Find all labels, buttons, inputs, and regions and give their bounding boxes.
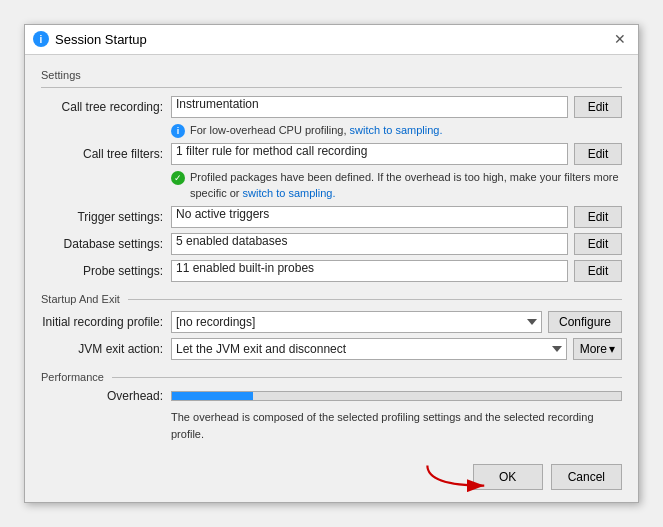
overhead-row: Overhead: — [41, 389, 622, 403]
initial-recording-label: Initial recording profile: — [41, 315, 171, 329]
switch-to-sampling-link[interactable]: switch to sampling. — [350, 124, 443, 136]
startup-divider — [128, 299, 622, 300]
probe-label: Probe settings: — [41, 264, 171, 278]
call-tree-recording-value: Instrumentation — [171, 96, 568, 118]
dialog-icon: i — [33, 31, 49, 47]
jvm-exit-field: Let the JVM exit and disconnect More ▾ — [171, 338, 622, 360]
dialog-title: Session Startup — [55, 32, 147, 47]
call-tree-filters-label: Call tree filters: — [41, 147, 171, 161]
probe-value: 11 enabled built-in probes — [171, 260, 568, 282]
bottom-section: OK Cancel — [25, 456, 638, 502]
arrow-indicator — [423, 459, 493, 494]
settings-divider — [41, 87, 622, 88]
database-field: 5 enabled databases Edit — [171, 233, 622, 255]
call-tree-filters-value: 1 filter rule for method call recording — [171, 143, 568, 165]
startup-header: Startup And Exit — [41, 293, 622, 305]
dialog-content: Settings Call tree recording: Instrument… — [25, 55, 638, 456]
database-edit-button[interactable]: Edit — [574, 233, 622, 255]
close-button[interactable]: ✕ — [610, 29, 630, 49]
more-button[interactable]: More ▾ — [573, 338, 622, 360]
switch-to-sampling-link-2[interactable]: switch to sampling. — [243, 187, 336, 199]
call-tree-filters-row: Call tree filters: 1 filter rule for met… — [41, 143, 622, 165]
initial-recording-row: Initial recording profile: [no recording… — [41, 311, 622, 333]
settings-label: Settings — [41, 69, 622, 81]
trigger-label: Trigger settings: — [41, 210, 171, 224]
startup-label: Startup And Exit — [41, 293, 120, 305]
database-row: Database settings: 5 enabled databases E… — [41, 233, 622, 255]
cancel-button[interactable]: Cancel — [551, 464, 622, 490]
jvm-exit-dropdown[interactable]: Let the JVM exit and disconnect — [171, 338, 567, 360]
overhead-label: Overhead: — [41, 389, 171, 403]
initial-recording-dropdown[interactable]: [no recordings] — [171, 311, 542, 333]
probe-edit-button[interactable]: Edit — [574, 260, 622, 282]
call-tree-filters-field: 1 filter rule for method call recording … — [171, 143, 622, 165]
database-label: Database settings: — [41, 237, 171, 251]
configure-button[interactable]: Configure — [548, 311, 622, 333]
overhead-progress-fill — [172, 392, 253, 400]
performance-label: Performance — [41, 371, 104, 383]
title-bar-left: i Session Startup — [33, 31, 147, 47]
performance-header: Performance — [41, 371, 622, 383]
database-value: 5 enabled databases — [171, 233, 568, 255]
call-tree-recording-edit-button[interactable]: Edit — [574, 96, 622, 118]
performance-section: Performance Overhead: The overhead is co… — [41, 371, 622, 446]
probe-row: Probe settings: 11 enabled built-in prob… — [41, 260, 622, 282]
call-tree-filters-edit-button[interactable]: Edit — [574, 143, 622, 165]
info-icon: i — [171, 124, 185, 138]
performance-divider — [112, 377, 622, 378]
trigger-row: Trigger settings: No active triggers Edi… — [41, 206, 622, 228]
call-tree-recording-row: Call tree recording: Instrumentation Edi… — [41, 96, 622, 118]
call-tree-info-text: For low-overhead CPU profiling, switch t… — [190, 123, 443, 138]
call-tree-recording-field: Instrumentation Edit — [171, 96, 622, 118]
overhead-progress-bar — [171, 391, 622, 401]
call-tree-filters-success-text: Profiled packages have been defined. If … — [190, 170, 622, 201]
settings-section: Settings Call tree recording: Instrument… — [41, 65, 622, 287]
title-bar: i Session Startup ✕ — [25, 25, 638, 55]
call-tree-recording-info: i For low-overhead CPU profiling, switch… — [41, 123, 622, 138]
overhead-description: The overhead is composed of the selected… — [41, 409, 622, 442]
jvm-exit-label: JVM exit action: — [41, 342, 171, 356]
call-tree-recording-label: Call tree recording: — [41, 100, 171, 114]
initial-recording-field: [no recordings] Configure — [171, 311, 622, 333]
session-startup-dialog: i Session Startup ✕ Settings Call tree r… — [24, 24, 639, 503]
trigger-field: No active triggers Edit — [171, 206, 622, 228]
success-icon: ✓ — [171, 171, 185, 185]
call-tree-filters-success: ✓ Profiled packages have been defined. I… — [41, 170, 622, 201]
startup-section: Startup And Exit Initial recording profi… — [41, 293, 622, 365]
trigger-value: No active triggers — [171, 206, 568, 228]
probe-field: 11 enabled built-in probes Edit — [171, 260, 622, 282]
jvm-exit-row: JVM exit action: Let the JVM exit and di… — [41, 338, 622, 360]
trigger-edit-button[interactable]: Edit — [574, 206, 622, 228]
